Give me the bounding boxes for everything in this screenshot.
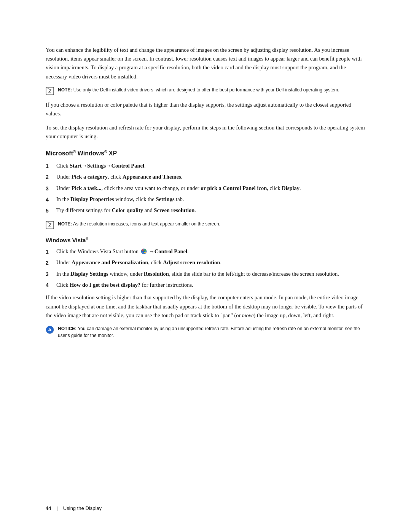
svg-point-9 xyxy=(144,249,145,251)
notice-icon xyxy=(46,326,54,334)
svg-point-8 xyxy=(142,249,143,251)
footer: 44 | Using the Display xyxy=(46,505,102,511)
step-content-1-1: Click Start→Settings→Control Panel. xyxy=(56,161,365,170)
step-content-2-3: In the Display Settings window, under Re… xyxy=(56,270,365,278)
step-content-1-5: Try different settings for Color quality… xyxy=(56,206,365,215)
step-2-2: 2 Under Appearance and Personalization, … xyxy=(46,258,365,267)
step-num-1-1: 1 xyxy=(46,161,56,170)
step-1-2: 2 Under Pick a category, click Appearanc… xyxy=(46,173,365,181)
step-num-1-2: 2 xyxy=(46,173,56,181)
step-1-1: 1 Click Start→Settings→Control Panel. xyxy=(46,161,365,170)
para-3: To set the display resolution and refres… xyxy=(46,123,365,141)
step-1-4: 4 In the Display Properties window, clic… xyxy=(46,195,365,204)
step-num-2-4: 4 xyxy=(46,281,56,289)
step-num-2-1: 1 xyxy=(46,247,56,256)
step-num-1-4: 4 xyxy=(46,195,56,204)
svg-point-15 xyxy=(50,331,50,331)
section2-heading: Windows Vista® xyxy=(46,237,365,243)
note-text-1: NOTE: Use only the Dell-installed video … xyxy=(58,86,339,93)
para-2: If you choose a resolution or color pale… xyxy=(46,101,365,118)
step-2-3: 3 In the Display Settings window, under … xyxy=(46,270,365,278)
section2-steps: 1 Click the Windows Vista Start button →… xyxy=(46,247,365,290)
section1-steps: 1 Click Start→Settings→Control Panel. 2 … xyxy=(46,161,365,215)
step-2-1: 1 Click the Windows Vista Start button →… xyxy=(46,247,365,256)
footer-page-number: 44 xyxy=(46,505,51,511)
step-content-2-1: Click the Windows Vista Start button →Co… xyxy=(56,247,365,256)
footer-divider: | xyxy=(56,505,57,511)
step-num-2-2: 2 xyxy=(46,258,56,267)
step-content-1-4: In the Display Properties window, click … xyxy=(56,195,365,204)
step-num-1-3: 3 xyxy=(46,184,56,193)
notice-text: NOTICE: You can damage an external monit… xyxy=(58,325,365,339)
note-box-1: Z NOTE: Use only the Dell-installed vide… xyxy=(46,86,365,95)
para-4: If the video resolution setting is highe… xyxy=(46,293,365,320)
svg-text:Z: Z xyxy=(48,88,51,94)
step-1-3: 3 Under Pick a task..., click the area y… xyxy=(46,184,365,193)
step-content-2-4: Click How do I get the best display? for… xyxy=(56,281,365,289)
step-1-5: 5 Try different settings for Color quali… xyxy=(46,206,365,215)
note-icon-1: Z xyxy=(46,87,54,95)
step-content-1-2: Under Pick a category, click Appearance … xyxy=(56,173,365,181)
page: You can enhance the legibility of text a… xyxy=(0,0,411,532)
step-num-1-5: 5 xyxy=(46,206,56,215)
section1-heading: Microsoft® Windows® XP xyxy=(46,150,365,157)
notice-box: NOTICE: You can damage an external monit… xyxy=(46,325,365,339)
note-icon-2: Z xyxy=(46,221,54,229)
svg-point-11 xyxy=(144,252,145,253)
note-box-2: Z NOTE: As the resolution increases, ico… xyxy=(46,220,365,229)
step-content-2-2: Under Appearance and Personalization, cl… xyxy=(56,258,365,267)
intro-paragraph: You can enhance the legibility of text a… xyxy=(46,46,365,81)
svg-point-10 xyxy=(142,252,143,253)
step-content-1-3: Under Pick a task..., click the area you… xyxy=(56,184,365,193)
note-text-2: NOTE: As the resolution increases, icons… xyxy=(58,220,220,227)
step-2-4: 4 Click How do I get the best display? f… xyxy=(46,281,365,289)
vista-start-icon xyxy=(141,248,147,254)
footer-section-label: Using the Display xyxy=(63,505,102,511)
step-num-2-3: 3 xyxy=(46,270,56,278)
svg-text:Z: Z xyxy=(48,222,51,228)
